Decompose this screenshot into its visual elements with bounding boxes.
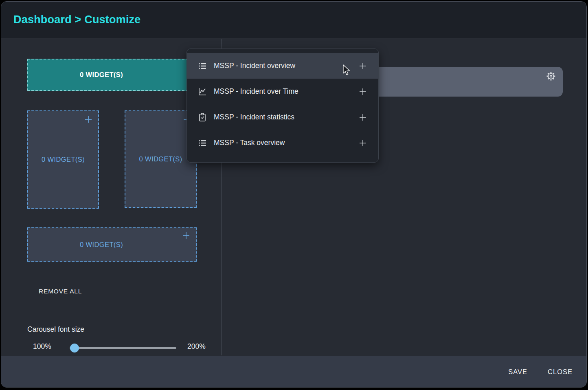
bottom-row-widget-zone[interactable]: 0 WIDGET(S) [27, 227, 197, 262]
line-chart-icon [197, 87, 207, 97]
menu-item-label: MSSP - Incident overview [214, 62, 358, 70]
customize-dashboard-dialog: Dashboard > Customize 0 WIDGET(S) 0 WIDG… [1, 1, 587, 388]
carousel-widget-zone[interactable]: 0 WIDGET(S) [27, 59, 197, 91]
plus-icon[interactable] [181, 231, 191, 240]
breadcrumb-title: Dashboard > Customize [13, 13, 141, 26]
plus-icon[interactable] [83, 115, 93, 124]
clipboard-check-icon [197, 112, 207, 122]
menu-item-incident-over-time[interactable]: MSSP - Incident over Time [187, 79, 378, 104]
plus-icon[interactable] [358, 138, 368, 148]
widget-picker-menu: MSSP - Incident overview MSSP - Incident… [186, 48, 379, 163]
dialog-header: Dashboard > Customize [1, 2, 586, 38]
right-zone-label: 0 WIDGET(S) [139, 155, 182, 163]
menu-item-label: MSSP - Incident statistics [214, 113, 358, 121]
right-column-widget-zone[interactable]: 0 WIDGET(S) [125, 110, 197, 208]
menu-item-incident-statistics[interactable]: MSSP - Incident statistics [187, 104, 378, 130]
gear-icon[interactable] [546, 71, 556, 82]
plus-icon[interactable] [358, 61, 368, 71]
plus-icon[interactable] [358, 87, 368, 97]
bottom-zone-label: 0 WIDGET(S) [80, 241, 123, 249]
font-size-slider-track[interactable] [70, 347, 176, 349]
remove-all-button[interactable]: REMOVE ALL [39, 288, 82, 295]
menu-item-incident-overview[interactable]: MSSP - Incident overview [187, 53, 378, 79]
list-icon [197, 61, 207, 71]
slider-max-label: 200% [187, 342, 206, 351]
carousel-font-size-label: Carousel font size [27, 325, 84, 334]
screen: Dashboard > Customize 0 WIDGET(S) 0 WIDG… [0, 0, 588, 390]
left-zone-label: 0 WIDGET(S) [42, 156, 85, 163]
list-icon [197, 138, 207, 148]
left-column-widget-zone[interactable]: 0 WIDGET(S) [27, 110, 99, 209]
menu-item-label: MSSP - Task overview [214, 139, 358, 147]
plus-icon[interactable] [358, 112, 368, 122]
menu-item-label: MSSP - Incident over Time [214, 87, 358, 96]
font-size-slider-thumb[interactable] [70, 344, 79, 353]
menu-item-task-overview[interactable]: MSSP - Task overview [187, 130, 378, 156]
slider-min-label: 100% [33, 342, 51, 351]
save-button[interactable]: SAVE [508, 368, 527, 376]
dialog-body: 0 WIDGET(S) 0 WIDGET(S) 0 WIDGET(S) 0 WI… [1, 39, 586, 355]
close-button[interactable]: CLOSE [548, 368, 573, 376]
dialog-footer: SAVE CLOSE [1, 356, 586, 387]
carousel-zone-label: 0 WIDGET(S) [80, 71, 123, 79]
